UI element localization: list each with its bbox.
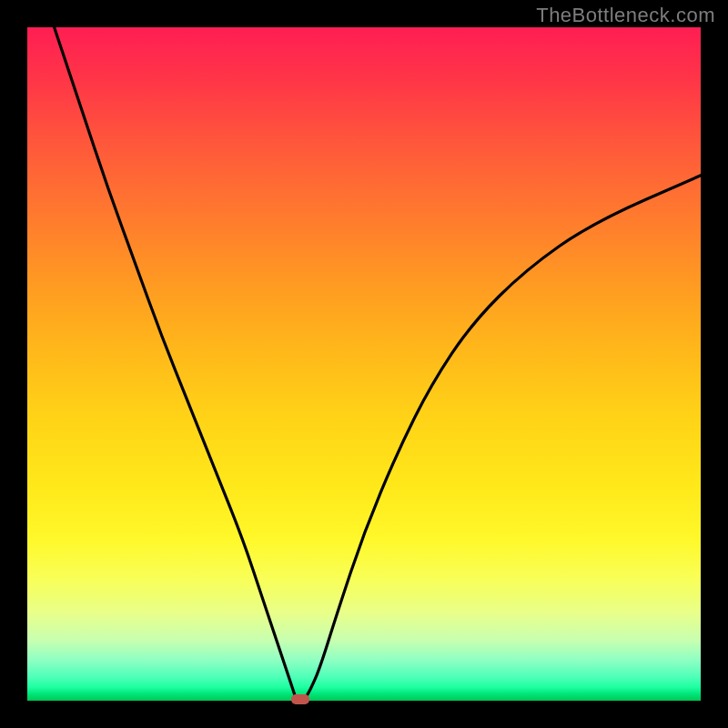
chart-frame: TheBottleneck.com — [0, 0, 728, 728]
plot-area — [27, 27, 701, 701]
watermark-text: TheBottleneck.com — [536, 4, 715, 27]
optimum-marker — [291, 694, 309, 704]
bottleneck-curve — [55, 27, 701, 701]
curve-svg — [27, 27, 701, 701]
